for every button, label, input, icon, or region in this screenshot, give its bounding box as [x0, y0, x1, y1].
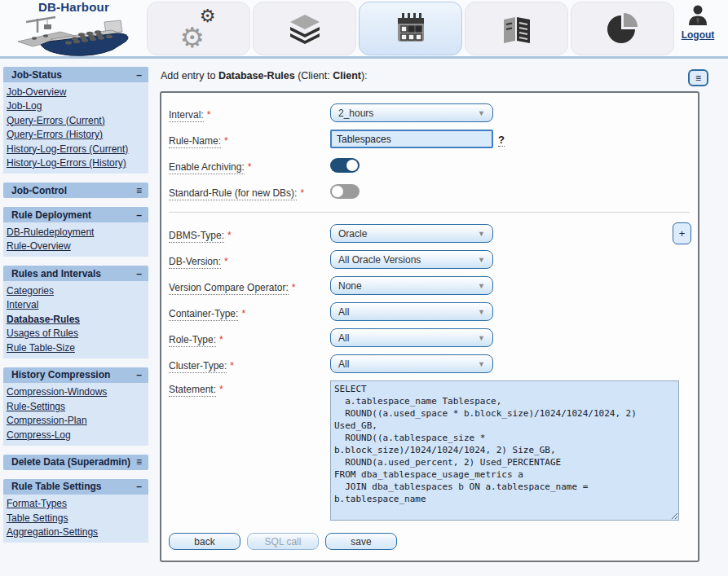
toggle-knob — [332, 186, 343, 197]
container-type-label: Container-Type:* — [169, 305, 330, 319]
sidebar-item-rule-settings[interactable]: Rule-Settings — [3, 399, 148, 414]
sidebar-item-history-log-errors-history[interactable]: History-Log-Errors (History) — [3, 156, 148, 171]
harbour-ship-logo-graphic — [13, 14, 135, 56]
tab-settings[interactable]: ⚙⚙ — [147, 2, 250, 55]
tab-statistics[interactable] — [571, 2, 674, 55]
interval-label: Interval:* — [169, 106, 330, 121]
help-link[interactable]: ? — [498, 132, 505, 147]
required-marker: * — [292, 282, 296, 293]
chevron-down-icon: ▼ — [478, 360, 485, 368]
sidebar-nav: Job-Status – Job-Overview Job-Log Query-… — [3, 67, 148, 543]
cluster-type-select[interactable]: All ▼ — [330, 354, 493, 373]
container-type-select-value: All — [338, 306, 349, 318]
dbms-type-select[interactable]: Oracle ▼ — [330, 224, 493, 243]
interval-select[interactable]: 2_hours ▼ — [330, 103, 493, 122]
list-view-button[interactable]: ≡ — [688, 69, 708, 86]
sidebar-item-compression-plan[interactable]: Compression-Plan — [3, 414, 148, 429]
section-header-job-control[interactable]: Job-Control ≡ — [3, 182, 148, 198]
sql-call-button[interactable]: SQL call — [247, 533, 319, 550]
sidebar-item-categories[interactable]: Categories — [3, 284, 148, 298]
sidebar-item-compression-windows[interactable]: Compression-Windows — [3, 385, 148, 400]
required-marker: * — [224, 135, 228, 147]
collapse-icon[interactable]: – — [136, 481, 142, 492]
sidebar-item-rule-table-size[interactable]: Rule Table-Size — [3, 341, 148, 355]
collapse-icon[interactable]: – — [136, 268, 142, 279]
role-type-label: Role-Type:* — [169, 331, 330, 345]
required-marker: * — [224, 256, 228, 267]
sidebar-item-rule-overview[interactable]: Rule-Overview — [3, 240, 148, 254]
sidebar-item-compress-log[interactable]: Compress-Log — [3, 428, 148, 442]
add-condition-button[interactable]: + — [673, 222, 691, 244]
section-divider — [169, 212, 690, 213]
sidebar-item-job-overview[interactable]: Job-Overview — [3, 85, 148, 99]
required-marker: * — [241, 308, 245, 319]
sidebar-item-table-settings[interactable]: Table Settings — [3, 511, 148, 525]
sidebar-item-usages-of-rules[interactable]: Usages of Rules — [3, 327, 148, 341]
sidebar-item-history-log-errors-current[interactable]: History-Log-Errors (Current) — [3, 142, 148, 156]
expand-icon[interactable]: ≡ — [136, 185, 142, 196]
field-version-compare-operator: Version Compare Operator:* None ▼ — [169, 276, 693, 295]
db-version-select-value: All Oracle Versions — [338, 254, 421, 266]
field-statement: Statement:* — [169, 380, 693, 521]
field-cluster-type: Cluster-Type:* All ▼ — [169, 354, 693, 373]
tab-scheduler[interactable] — [359, 2, 462, 55]
version-compare-operator-select[interactable]: None ▼ — [330, 276, 493, 295]
required-marker: * — [227, 230, 232, 241]
field-container-type: Container-Type:* All ▼ — [169, 302, 693, 321]
enable-archiving-toggle[interactable] — [330, 158, 360, 173]
sidebar-section-job-status: Job-Status – Job-Overview Job-Log Query-… — [3, 67, 148, 174]
interval-select-value: 2_hours — [338, 108, 373, 119]
logout-button[interactable]: Logout — [672, 4, 724, 41]
sidebar-section-rules-and-intervals: Rules and Intervals – Categories Interva… — [3, 266, 148, 358]
field-interval: Interval:* 2_hours ▼ — [169, 103, 693, 122]
enable-archiving-label: Enable Archiving:* — [169, 158, 330, 173]
field-rule-name: Rule-Name:* ? — [169, 130, 693, 148]
sidebar-item-job-log[interactable]: Job-Log — [3, 99, 148, 114]
sidebar-item-query-errors-current[interactable]: Query-Errors (Current) — [3, 113, 148, 128]
pie-chart-icon — [606, 11, 640, 46]
collapse-icon[interactable]: – — [136, 69, 142, 81]
dbms-type-select-value: Oracle — [338, 228, 367, 240]
container-type-select[interactable]: All ▼ — [330, 302, 493, 321]
sidebar-item-db-ruledeployment[interactable]: DB-Ruledeployment — [3, 225, 148, 240]
page-title: Add entry to Database-Rules (Client: Cli… — [161, 70, 368, 81]
rule-name-input[interactable] — [330, 130, 493, 148]
tab-catalog[interactable] — [465, 2, 568, 55]
gears-icon: ⚙⚙ — [180, 11, 218, 46]
sidebar-item-interval[interactable]: Interval — [3, 298, 148, 313]
sidebar-item-database-rules[interactable]: Database-Rules — [3, 312, 148, 327]
collapse-icon[interactable]: – — [136, 369, 142, 380]
section-header-delete-data[interactable]: Delete Data (Superadmin) ≡ — [3, 455, 148, 470]
collapse-icon[interactable]: – — [136, 209, 142, 221]
section-header-history-compression[interactable]: History Compression – — [3, 367, 148, 383]
required-marker: * — [219, 384, 223, 395]
sidebar-section-history-compression: History Compression – Compression-Window… — [3, 367, 148, 446]
sidebar-section-job-control: Job-Control ≡ — [3, 182, 148, 198]
statement-textarea[interactable] — [330, 380, 679, 521]
user-icon — [687, 4, 708, 25]
sidebar-item-format-types[interactable]: Format-Types — [3, 497, 148, 512]
role-type-select[interactable]: All ▼ — [330, 328, 493, 347]
tab-layers[interactable] — [253, 2, 356, 55]
section-header-rule-deployment[interactable]: Rule Deployment – — [3, 207, 148, 222]
main-nav-tabs: ⚙⚙ — [147, 2, 674, 55]
section-header-rule-table-settings[interactable]: Rule Table Settings – — [3, 479, 148, 495]
app-logo[interactable]: DB-Harbour — [7, 1, 141, 59]
section-header-job-status[interactable]: Job-Status – — [3, 67, 148, 82]
chevron-down-icon: ▼ — [478, 230, 485, 238]
dbms-type-label: DBMS-Type:* — [169, 226, 330, 241]
chevron-down-icon: ▼ — [478, 308, 485, 316]
sidebar-item-aggregation-settings[interactable]: Aggregation-Settings — [3, 525, 148, 540]
expand-icon[interactable]: ≡ — [136, 456, 142, 468]
required-marker: * — [219, 334, 223, 345]
sidebar-item-query-errors-history[interactable]: Query-Errors (History) — [3, 128, 148, 143]
back-button[interactable]: back — [169, 533, 240, 550]
db-version-select[interactable]: All Oracle Versions ▼ — [330, 250, 493, 269]
field-role-type: Role-Type:* All ▼ — [169, 328, 693, 347]
save-button[interactable]: save — [325, 533, 397, 550]
standard-rule-toggle[interactable] — [330, 184, 360, 199]
required-marker: * — [207, 109, 211, 121]
field-dbms-type: DBMS-Type:* Oracle ▼ + — [169, 224, 693, 243]
sidebar-section-rule-deployment: Rule Deployment – DB-Ruledeployment Rule… — [3, 207, 148, 257]
section-header-rules-and-intervals[interactable]: Rules and Intervals – — [3, 266, 148, 281]
